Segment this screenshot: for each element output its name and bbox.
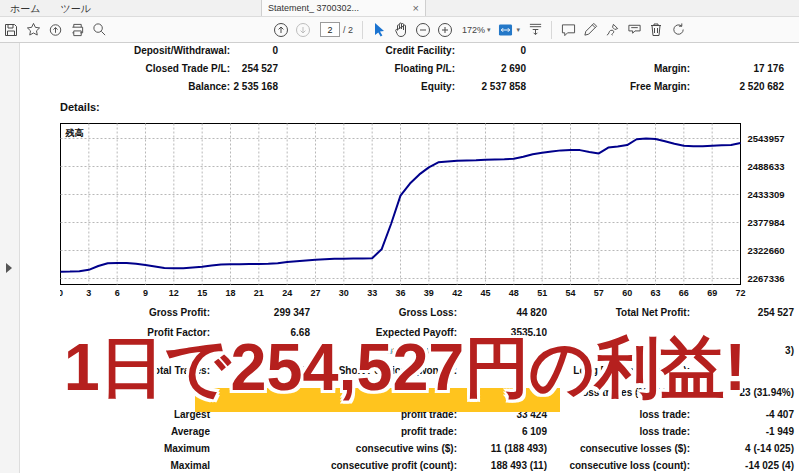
x-axis-tick-label: 6 [115, 288, 120, 298]
close-icon[interactable]: × [413, 2, 419, 14]
stat-value: 4 (-14 025) [694, 443, 794, 454]
y-axis-tick-label: 2433309 [748, 189, 785, 200]
stat-label: Equity: [280, 81, 455, 92]
zoom-dropdown-caret-icon[interactable]: ▾ [487, 26, 491, 34]
stat-label: Largest [30, 409, 210, 420]
tab-document[interactable]: Statement_ 3700302... × [261, 0, 426, 16]
zoom-level-value[interactable]: 172% [462, 25, 485, 35]
y-axis-tick-label: 2322660 [748, 245, 785, 256]
stat-value: 2 537 858 [460, 81, 526, 92]
stat-label: Average [30, 426, 210, 437]
table-row: Deposit/Withdrawal:0Credit Facility:0 [20, 45, 799, 59]
x-axis-tick-label: 51 [537, 288, 547, 298]
x-axis-tick-label: 45 [480, 288, 490, 298]
stat-label: loss trade: [545, 426, 690, 437]
share-upload-icon[interactable] [44, 20, 66, 40]
table-row: Balance:2 535 168Equity:2 537 858Free Ma… [20, 81, 799, 95]
stat-value: 2 520 682 [684, 81, 784, 92]
x-axis-tick-label: 57 [594, 288, 604, 298]
stat-label: consecutive profit (count): [290, 460, 457, 471]
stat-value: 188 493 (11) [461, 460, 547, 471]
stat-label: Free Margin: [540, 81, 690, 92]
x-axis-tick-label: 12 [169, 288, 179, 298]
details-heading: Details: [60, 101, 100, 113]
balance-chart: 0369121518212427303336394245485154576063… [60, 123, 799, 305]
fit-dropdown-caret-icon[interactable]: ▾ [517, 26, 521, 34]
x-axis-tick-label: 30 [339, 288, 349, 298]
x-axis-tick-label: 69 [707, 288, 717, 298]
y-axis-tick-label: 2267336 [748, 273, 785, 284]
stat-value: 44 820 [461, 307, 547, 318]
fill-sign-icon[interactable] [623, 20, 645, 40]
x-axis-tick-label: 39 [424, 288, 434, 298]
next-page-icon[interactable] [292, 20, 314, 40]
stat-label: Margin: [540, 63, 690, 74]
x-axis-tick-label: 33 [367, 288, 377, 298]
stat-label: Closed Trade P/L: [30, 63, 230, 74]
x-axis-tick-label: 60 [622, 288, 632, 298]
save-icon[interactable] [0, 20, 22, 40]
marquee-zoom-icon[interactable] [88, 20, 110, 40]
table-row: Maximumconsecutive wins ($):11 (188 493)… [20, 443, 799, 457]
zoom-out-icon[interactable] [412, 20, 434, 40]
scrolling-mode-icon[interactable] [524, 20, 546, 40]
table-row: Gross Profit:299 347Gross Loss:44 820Tot… [20, 307, 799, 321]
stat-label: Deposit/Withdrawal: [30, 45, 230, 56]
stat-label: Maximal [30, 460, 210, 471]
x-axis-tick-label: 24 [282, 288, 292, 298]
trash-icon[interactable] [645, 20, 667, 40]
nav-pane-toggle-icon[interactable] [6, 263, 12, 273]
star-icon[interactable] [22, 20, 44, 40]
y-axis-tick-label: 2543957 [748, 133, 785, 144]
zoom-in-icon[interactable] [434, 20, 456, 40]
page-number-input[interactable] [320, 22, 340, 37]
print-icon[interactable] [66, 20, 88, 40]
toolbar-divider [362, 21, 363, 39]
x-axis-tick-label: 72 [735, 288, 745, 298]
balance-line-chart: 0369121518212427303336394245485154576063… [60, 123, 799, 305]
signature-pen-icon[interactable] [601, 20, 623, 40]
stat-value: -14 025 (4) [694, 460, 794, 471]
x-axis-tick-label: 21 [254, 288, 264, 298]
statement-page: Deposit/Withdrawal:0Credit Facility:0Clo… [20, 43, 799, 473]
y-axis-tick-label: 2377984 [748, 217, 786, 228]
tab-tools[interactable]: ツール [50, 0, 100, 16]
stat-value: 0 [460, 45, 526, 56]
x-axis-tick-label: 0 [60, 288, 63, 298]
previous-page-icon[interactable] [270, 20, 292, 40]
table-row: Closed Trade P/L:254 527Floating P/L:2 6… [20, 63, 799, 77]
stat-label: profit trade: [290, 426, 457, 437]
page-total-label: / 2 [343, 25, 353, 35]
pencil-edit-icon[interactable] [579, 20, 601, 40]
stat-label: Balance: [30, 81, 230, 92]
table-row: Maximalconsecutive profit (count):188 49… [20, 460, 799, 473]
stat-value: 11 (188 493) [461, 443, 547, 454]
hand-tool-icon[interactable] [390, 20, 412, 40]
stat-label: loss trade: [545, 409, 690, 420]
select-tool-icon[interactable] [368, 20, 390, 40]
stat-value: 254 527 [232, 63, 278, 74]
stat-value: 0 [232, 45, 278, 56]
comment-icon[interactable] [557, 20, 579, 40]
profit-banner-text: 1日で254,527円の利益! [8, 329, 799, 409]
x-axis-tick-label: 54 [565, 288, 575, 298]
table-row: Averageprofit trade:6 109loss trade:-1 9… [20, 426, 799, 440]
stat-label: Gross Loss: [290, 307, 457, 318]
stat-label: Floating P/L: [280, 63, 455, 74]
main-toolbar: / 2 172% ▾ ▾ [0, 17, 799, 43]
stat-value: 2 535 168 [232, 81, 278, 92]
document-tab-title: Statement_ 3700302... [268, 3, 359, 13]
x-axis-tick-label: 3 [86, 288, 91, 298]
stat-value: 254 527 [694, 307, 794, 318]
x-axis-tick-label: 9 [143, 288, 148, 298]
y-axis-tick-label: 2488633 [748, 161, 785, 172]
refresh-icon[interactable] [667, 20, 689, 40]
stat-label: consecutive wins ($): [290, 443, 457, 454]
fit-width-icon[interactable] [495, 20, 517, 40]
stat-label: Gross Profit: [30, 307, 210, 318]
stat-label: Total Net Profit: [545, 307, 690, 318]
tab-home[interactable]: ホーム [0, 0, 50, 16]
document-canvas: Deposit/Withdrawal:0Credit Facility:0Clo… [0, 43, 799, 473]
stat-value: 17 176 [684, 63, 784, 74]
x-axis-tick-label: 63 [650, 288, 660, 298]
